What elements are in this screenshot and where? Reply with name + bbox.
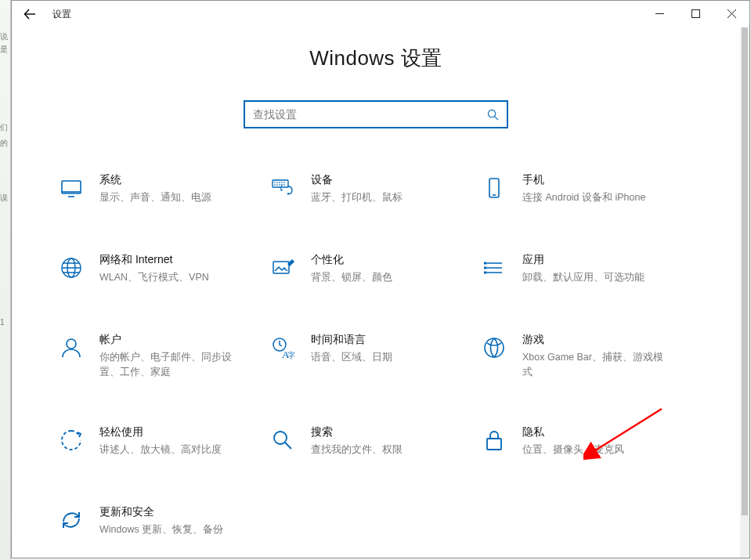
tile-desc: 显示、声音、通知、电源	[99, 190, 211, 205]
svg-rect-10	[484, 267, 486, 269]
svg-point-16	[485, 338, 504, 357]
window-controls	[641, 1, 749, 26]
tile-privacy[interactable]: 隐私 位置、摄像头、麦克风	[482, 425, 693, 459]
svg-point-1	[488, 110, 495, 117]
svg-rect-3	[273, 180, 288, 187]
tile-time-language[interactable]: A 字 时间和语言 语音、区域、日期	[270, 332, 482, 379]
tile-desc: 位置、摄像头、麦克风	[522, 443, 624, 457]
tile-apps[interactable]: 应用 卸载、默认应用、可选功能	[482, 252, 693, 287]
search-wrap	[244, 100, 508, 128]
close-icon	[728, 9, 736, 18]
minimize-icon	[655, 9, 664, 18]
background-window-strip: 说 是 们 的 误 1	[0, 0, 11, 560]
tile-title: 时间和语言	[311, 332, 392, 347]
tile-title: 轻松使用	[99, 425, 222, 439]
tile-title: 搜索	[311, 425, 403, 439]
tile-search[interactable]: 搜索 查找我的文件、权限	[270, 425, 482, 459]
tile-desc: 你的帐户、电子邮件、同步设置、工作、家庭	[99, 350, 248, 380]
app-title: 设置	[52, 8, 71, 21]
svg-rect-18	[487, 439, 501, 450]
tile-desc: Windows 更新、恢复、备份	[99, 522, 223, 537]
title-bar-left: 设置	[12, 1, 71, 27]
bg-text: 们	[0, 122, 8, 133]
system-icon	[59, 175, 84, 201]
bg-text: 的	[0, 138, 8, 149]
title-bar: 设置	[12, 1, 749, 27]
tile-title: 帐户	[99, 332, 248, 347]
tile-desc: 背景、锁屏、颜色	[311, 270, 392, 285]
bg-text: 是	[0, 44, 8, 55]
tile-desc: WLAN、飞行模式、VPN	[99, 270, 209, 285]
svg-point-4	[287, 193, 289, 194]
tile-title: 更新和安全	[99, 504, 223, 519]
content-scroll: Windows 设置 系统	[12, 27, 740, 558]
update-icon	[59, 508, 84, 533]
tile-desc: Xbox Game Bar、捕获、游戏模式	[522, 350, 671, 380]
tile-title: 个性化	[311, 252, 392, 267]
search-input[interactable]	[244, 100, 508, 128]
tile-title: 隐私	[522, 425, 624, 439]
tile-desc: 卸载、默认应用、可选功能	[522, 270, 644, 285]
settings-tile-grid: 系统 显示、声音、通知、电源 设备	[59, 172, 693, 539]
svg-point-12	[67, 339, 76, 349]
tile-title: 应用	[522, 252, 644, 267]
tile-phone[interactable]: 手机 连接 Android 设备和 iPhone	[482, 172, 693, 207]
tile-update-security[interactable]: 更新和安全 Windows 更新、恢复、备份	[59, 504, 270, 539]
bg-text: 说	[0, 31, 8, 42]
settings-window: 设置 Windows 设置	[11, 0, 750, 558]
tile-desc: 查找我的文件、权限	[311, 443, 403, 457]
svg-rect-0	[691, 9, 699, 17]
maximize-button[interactable]	[677, 1, 713, 26]
bg-text: 1	[0, 318, 5, 327]
gaming-icon	[482, 335, 507, 360]
maximize-icon	[691, 9, 700, 18]
content-area: Windows 设置 系统	[12, 27, 749, 558]
svg-rect-9	[484, 262, 486, 265]
minimize-button[interactable]	[641, 1, 677, 26]
search-tile-icon	[270, 428, 295, 453]
tile-title: 手机	[522, 172, 645, 187]
tile-network[interactable]: 网络和 Internet WLAN、飞行模式、VPN	[59, 252, 270, 287]
accounts-icon	[59, 335, 84, 360]
tile-desc: 语音、区域、日期	[311, 350, 392, 365]
personalization-icon	[270, 255, 295, 280]
tile-devices[interactable]: 设备 蓝牙、打印机、鼠标	[270, 172, 482, 207]
tile-desc: 连接 Android 设备和 iPhone	[522, 190, 645, 205]
tile-desc: 讲述人、放大镜、高对比度	[99, 443, 222, 457]
tile-title: 网络和 Internet	[99, 252, 209, 267]
tile-accounts[interactable]: 帐户 你的帐户、电子邮件、同步设置、工作、家庭	[59, 332, 270, 379]
svg-point-17	[274, 432, 287, 444]
close-button[interactable]	[713, 1, 749, 26]
tile-title: 游戏	[522, 332, 671, 347]
scrollbar-thumb[interactable]	[742, 27, 748, 515]
search-icon	[485, 100, 500, 128]
ease-of-access-icon	[59, 428, 84, 453]
tile-personalization[interactable]: 个性化 背景、锁屏、颜色	[270, 252, 482, 287]
tile-system[interactable]: 系统 显示、声音、通知、电源	[59, 172, 270, 207]
bg-text: 误	[0, 193, 8, 204]
devices-icon	[270, 175, 295, 201]
tile-ease-of-access[interactable]: 轻松使用 讲述人、放大镜、高对比度	[59, 425, 270, 459]
apps-icon	[482, 255, 507, 280]
back-button[interactable]	[12, 1, 48, 27]
time-language-icon: A 字	[270, 335, 295, 360]
tile-title: 设备	[311, 172, 403, 187]
svg-rect-8	[273, 262, 289, 273]
tile-title: 系统	[99, 172, 211, 187]
tile-gaming[interactable]: 游戏 Xbox Game Bar、捕获、游戏模式	[482, 332, 693, 379]
back-arrow-icon	[23, 8, 36, 20]
privacy-icon	[482, 428, 507, 453]
network-icon	[59, 255, 84, 280]
tile-desc: 蓝牙、打印机、鼠标	[311, 190, 403, 205]
page-title: Windows 设置	[12, 45, 740, 72]
svg-rect-11	[484, 272, 486, 274]
vertical-scrollbar[interactable]	[740, 27, 749, 558]
svg-text:字: 字	[287, 351, 295, 359]
phone-icon	[482, 175, 507, 201]
